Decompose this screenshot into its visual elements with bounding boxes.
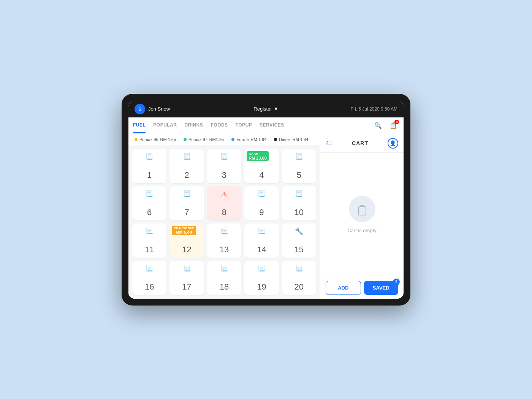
pump-icon: 📃	[220, 227, 228, 234]
tab-foods[interactable]: FOODS	[211, 118, 228, 133]
diesel-dot	[274, 138, 277, 141]
cart-footer: ADD SAVED 2	[320, 277, 404, 299]
username: Jon Snow	[148, 106, 170, 112]
pump-15[interactable]: 🔧 15	[282, 223, 316, 258]
pump-icon: 📃	[258, 227, 265, 234]
pump-14[interactable]: 📃 14	[244, 223, 279, 258]
search-button[interactable]: 🔍	[372, 120, 384, 131]
pump-icon: 📃	[183, 190, 191, 197]
pump-6[interactable]: 📃 6	[132, 186, 166, 220]
primax95-price: RM 1.65	[160, 137, 176, 142]
pump-number: 3	[222, 170, 226, 180]
pump-number: 18	[220, 282, 229, 292]
pump-19[interactable]: 📃 19	[244, 261, 279, 295]
pump-number: 15	[294, 245, 304, 255]
shopping-bag-icon	[355, 201, 370, 217]
diesel-price: RM 1.84	[293, 137, 309, 142]
cart-panel: 🏷 CART 👤 Cart is empty	[320, 134, 404, 299]
primax95-label: Primax 95	[139, 137, 158, 142]
pump-icon: 📃	[220, 264, 228, 272]
pump-icon: 📃	[258, 264, 265, 272]
tab-popular[interactable]: POPULAR	[153, 118, 177, 133]
pump-11[interactable]: 📃 11	[132, 223, 166, 258]
pump-number: 4	[259, 170, 264, 180]
pump-number: 1	[147, 170, 152, 180]
pump-18[interactable]: 📃 18	[207, 261, 241, 295]
fuel-euro5: Euro 5 RM 1.94	[231, 137, 266, 142]
alert-icon: ⚠	[221, 190, 228, 199]
pump-number: 7	[184, 207, 189, 217]
saved-count-badge: 2	[393, 279, 400, 285]
avatar[interactable]: S	[135, 104, 145, 114]
search-icon: 🔍	[374, 122, 382, 129]
pump-icon: 📃	[258, 190, 265, 197]
nav-tabs: FUEL POPULAR DRINKS FOODS TOPUP SERVICES	[133, 118, 372, 133]
primax95-dot	[135, 138, 138, 141]
pump-icon: 📃	[183, 264, 191, 272]
pump-icon: 📃	[146, 227, 153, 234]
pump-12[interactable]: CHANGE DUE RM 5.40 📃 12	[169, 223, 204, 258]
pump-16[interactable]: 📃 16	[132, 261, 166, 295]
pump-number: 6	[147, 207, 152, 217]
tab-fuel[interactable]: FUEL	[133, 118, 146, 133]
screen: S Jon Snow Register ▼ Fri, 5 Jul 2020 9:…	[128, 101, 404, 299]
pump-1[interactable]: 📃 1	[132, 149, 166, 183]
main-content: Primax 95 RM 1.65 Primax 97 RM1.95 Euro …	[128, 134, 404, 299]
chevron-down-icon: ▼	[274, 106, 279, 112]
receipt-button[interactable]: 📋 ✕	[388, 120, 399, 131]
fuel-primax95: Primax 95 RM 1.65	[135, 137, 176, 142]
pump-icon: 📃	[146, 264, 153, 272]
pump-20[interactable]: 📃 20	[282, 261, 316, 295]
pump-icon: 📃	[295, 190, 303, 197]
change-label: CHANGE DUE	[174, 226, 194, 230]
pump-icon: 📃	[146, 153, 153, 160]
pump-13[interactable]: 📃 13	[207, 223, 241, 258]
pump-number: 14	[257, 245, 266, 255]
pump-17[interactable]: 📃 17	[169, 261, 204, 295]
pump-icon: 📃	[220, 153, 228, 160]
pump-2[interactable]: 📃 2	[169, 149, 204, 183]
add-button[interactable]: ADD	[326, 281, 361, 295]
pump-icon: 📃	[146, 190, 153, 197]
pump-icon: 📃	[295, 264, 303, 272]
svg-rect-0	[358, 207, 366, 215]
euro5-price: RM 1.94	[251, 137, 267, 142]
nav-icons: 🔍 📋 ✕	[372, 120, 399, 131]
pump-number: 11	[145, 245, 154, 255]
pump-number: 8	[222, 207, 226, 217]
pump-number: 9	[259, 207, 264, 217]
navigation: FUEL POPULAR DRINKS FOODS TOPUP SERVICES…	[128, 117, 404, 134]
register-selector[interactable]: Register ▼	[222, 106, 310, 112]
change-badge: CHANGE DUE RM 5.40	[172, 226, 196, 235]
tab-services[interactable]: SERVICES	[260, 118, 284, 133]
cart-title: CART	[352, 140, 368, 146]
diesel-label: Diesel	[279, 137, 291, 142]
cart-header: 🏷 CART 👤	[320, 134, 404, 153]
euro5-dot	[231, 138, 234, 141]
pump-10[interactable]: 📃 10	[282, 186, 316, 220]
cart-user-button[interactable]: 👤	[388, 138, 398, 149]
price-tag-icon: 🏷	[326, 139, 332, 147]
euro5-label: Euro 5	[236, 137, 249, 142]
receipt-error-badge: ✕	[394, 120, 399, 124]
datetime: Fri, 5 Jul 2020 9:50 AM	[310, 106, 397, 112]
pump-grid: 📃 1 📃 2 📃 3	[128, 145, 320, 299]
pump-7[interactable]: 📃 7	[169, 186, 204, 220]
user-icon: 👤	[390, 140, 396, 146]
pump-3[interactable]: 📃 3	[207, 149, 241, 183]
tab-drinks[interactable]: DRINKS	[185, 118, 203, 133]
pump-8[interactable]: ⚠ 8	[207, 186, 241, 220]
pump-number: 12	[182, 245, 191, 255]
register-label: Register	[253, 106, 272, 112]
pump-number: 13	[220, 245, 229, 255]
empty-cart-icon	[349, 196, 375, 222]
fuel-primax97: Primax 97 RM1.95	[184, 137, 224, 142]
pump-number: 2	[184, 170, 189, 180]
pump-5[interactable]: 📃 5	[282, 149, 316, 183]
pump-4[interactable]: CASH RM 23.80 📃 4	[244, 149, 279, 183]
pump-number: 10	[294, 207, 304, 217]
primax97-dot	[184, 138, 187, 141]
tab-topup[interactable]: TOPUP	[236, 118, 252, 133]
left-panel: Primax 95 RM 1.65 Primax 97 RM1.95 Euro …	[128, 134, 320, 299]
pump-9[interactable]: 📃 9	[244, 186, 279, 220]
